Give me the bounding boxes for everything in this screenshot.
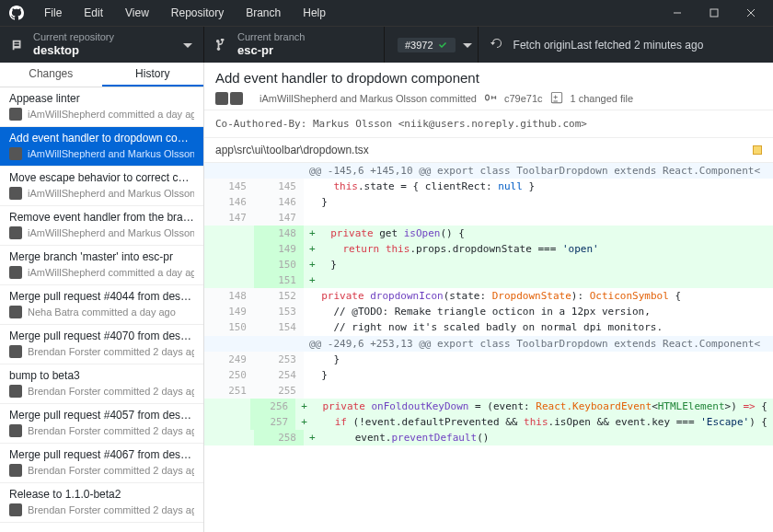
commit-item-meta: iAmWillShepherd and Markus Olsson co… [9,147,194,160]
svg-rect-1 [710,9,718,17]
commit-item-meta: iAmWillShepherd committed a day ago [9,266,194,279]
diff-line: 251255 [204,383,773,399]
diff-line: 148+ private get isOpen() { [204,226,773,241]
commit-item-title: bump to beta3 [9,369,194,382]
commit-item-title: Merge pull request #4044 from desktop/… [9,290,194,303]
commit-item[interactable]: Add event handler to dropdown compon…iAm… [0,127,203,167]
branch-label: Current branch [237,31,373,43]
commit-item[interactable]: Merge pull request #4067 from desktop/…B… [0,444,203,483]
commit-item-title: Add event handler to dropdown compon… [9,132,194,145]
commit-item-meta: Brendan Forster committed 2 days ago [9,424,194,437]
diff-view[interactable]: @@ -145,6 +145,10 @@ export class Toolba… [204,163,773,532]
diff-line: 257+ if (!event.defaultPrevented && this… [204,414,773,430]
commit-item[interactable]: Merge pull request #4044 from desktop/…N… [0,285,203,325]
repo-name: desktop [33,43,183,58]
menu-branch[interactable]: Branch [235,1,292,25]
branch-name: esc-pr [237,43,373,58]
file-path-bar[interactable]: app\src\ui\toolbar\dropdown.tsx [204,137,773,163]
file-path: app\src\ui\toolbar\dropdown.tsx [215,144,369,156]
commit-item-meta: Brendan Forster committed 2 days ago [9,503,194,516]
menu-edit[interactable]: Edit [73,1,114,25]
commit-item-title: Merge pull request #4067 from desktop/… [9,448,194,461]
avatar [9,424,22,437]
commit-item-title: Merge branch 'master' into esc-pr [9,250,194,263]
avatar [9,385,22,398]
diff-line: 150154 // right now it's scaled badly on… [204,319,773,335]
commit-item-meta: Brendan Forster committed 2 days ago [9,345,194,358]
diff-line: 258+ event.preventDefault() [204,430,773,445]
commit-item[interactable]: Release to 1.1.0-beta2Brendan Forster co… [0,483,203,523]
commit-title: Add event handler to dropdown component [215,70,762,86]
menu-help[interactable]: Help [292,1,337,25]
menu-view[interactable]: View [114,1,160,25]
tab-history[interactable]: History [102,63,204,87]
tab-changes[interactable]: Changes [0,63,102,87]
avatar [215,92,228,105]
avatar [9,503,22,516]
diff-line: 147147 [204,210,773,226]
avatar [9,266,22,279]
diff-line: 148152 private dropdownIcon(state: Dropd… [204,288,773,304]
commit-description: Co-Authored-By: Markus Olsson <niik@user… [204,110,773,137]
diff-line: 249253 } [204,352,773,367]
commit-item-title: Release to 1.1.0-beta2 [9,488,194,501]
commit-item-title: Move escape behavior to correct compo… [9,171,194,184]
minimize-button[interactable] [659,0,696,26]
avatar [230,92,243,105]
commit-item[interactable]: bump to beta3Brendan Forster committed 2… [0,364,203,404]
commit-sha-icon [484,91,497,106]
repo-label: Current repository [33,31,183,43]
commit-item[interactable]: Remove event handler from the branches…i… [0,206,203,246]
diff-line: 250254 } [204,367,773,383]
chevron-down-icon [463,39,472,52]
fetch-sub: Last fetched 2 minutes ago [571,39,703,52]
menu-repository[interactable]: Repository [160,1,235,25]
branch-dropdown[interactable]: Current branchesc-pr [204,27,385,63]
repo-dropdown[interactable]: Current repositorydesktop [0,27,204,63]
commit-item-meta: Neha Batra committed a day ago [9,306,194,318]
fetch-button[interactable]: Fetch originLast fetched 2 minutes ago [479,27,773,63]
commit-author: iAmWillShepherd and Markus Olsson commit… [260,93,477,104]
avatar [9,147,22,160]
commit-detail: Add event handler to dropdown component … [204,63,773,532]
diff-icon [550,91,563,106]
commit-item[interactable]: Move escape behavior to correct compo…iA… [0,167,203,206]
diff-line: 145145 this.state = { clientRect: null } [204,179,773,194]
avatar [9,187,22,200]
menubar: FileEditViewRepositoryBranchHelp [0,0,773,26]
commit-item[interactable]: Merge pull request #4057 from desktop/…B… [0,404,203,444]
commit-item-title: Remove event handler from the branches… [9,211,194,224]
avatar [9,226,22,239]
avatar [9,306,22,318]
pr-badge: #3972 [398,38,456,52]
close-button[interactable] [733,0,769,26]
commit-item[interactable]: Merge branch 'master' into esc-priAmWill… [0,246,203,285]
commit-item-meta: iAmWillShepherd and Markus Olsson co… [9,226,194,239]
sidebar: Changes History Appease linteriAmWillShe… [0,63,204,532]
commit-item-title: Merge pull request #4057 from desktop/… [9,409,194,422]
menu-file[interactable]: File [33,1,73,25]
commit-item-meta: Brendan Forster committed 2 days ago [9,385,194,398]
diff-line: 256+ private onFoldoutKeyDown = (event: … [204,399,773,414]
maximize-button[interactable] [696,0,733,26]
diff-line: 151+ [204,272,773,288]
diff-line: 146146 } [204,194,773,210]
branch-icon [215,39,230,52]
pr-dropdown[interactable]: #3972 [385,27,479,63]
repo-icon [11,39,26,52]
files-changed: 1 changed file [571,93,634,104]
commit-item[interactable]: Merge pull request #4070 from desktop/…B… [0,325,203,364]
avatar [9,108,22,121]
commit-item-meta: iAmWillShepherd committed a day ago [9,108,194,121]
commit-sha: c79e71c [504,93,543,104]
diff-line: @@ -145,6 +145,10 @@ export class Toolba… [204,163,773,179]
toolbar: Current repositorydesktop Current branch… [0,26,773,63]
diff-line: @@ -249,6 +253,13 @@ export class Toolba… [204,336,773,352]
diff-line: 149153 // @TODO: Remake triangle octicon… [204,304,773,319]
avatar [9,345,22,358]
commit-item-meta: iAmWillShepherd and Markus Olsson co… [9,187,194,200]
chevron-down-icon [183,39,192,52]
avatar [9,464,22,477]
commit-item[interactable]: Appease linteriAmWillShepherd committed … [0,87,203,127]
fetch-title: Fetch origin [513,39,571,52]
